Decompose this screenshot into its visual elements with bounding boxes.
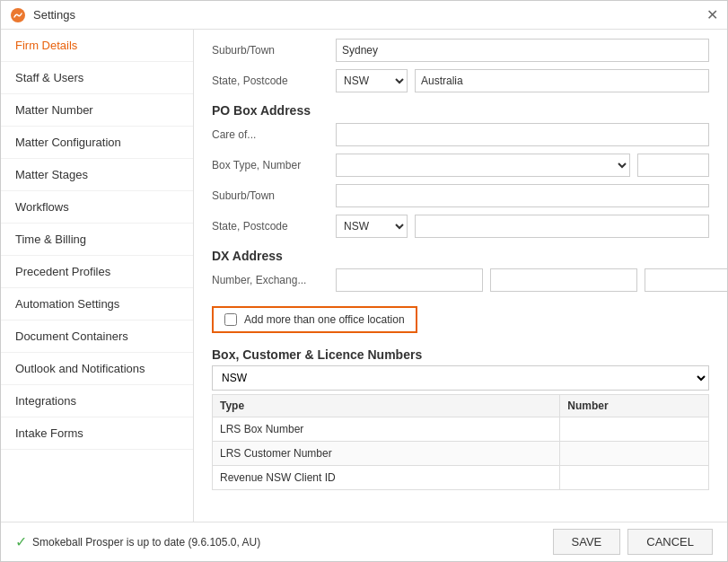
dx-extra-input[interactable] — [645, 268, 727, 292]
add-office-label: Add more than one office location — [244, 313, 405, 326]
settings-dialog: Settings ✕ Firm Details Staff & Users Ma… — [0, 0, 728, 562]
sidebar-item-automation-settings[interactable]: Automation Settings — [1, 288, 193, 321]
po-suburb-input[interactable] — [336, 184, 709, 207]
add-office-checkbox[interactable] — [224, 313, 237, 326]
licence-state-select[interactable]: NSW VIC QLD — [212, 365, 709, 391]
type-cell: LRS Box Number — [213, 417, 560, 442]
state-select[interactable]: NSW VIC QLD SA WA TAS NT ACT — [336, 69, 408, 92]
sidebar-item-time-billing[interactable]: Time & Billing — [1, 224, 193, 256]
col-number-header: Number — [560, 395, 709, 417]
save-button[interactable]: SAVE — [553, 529, 621, 555]
sidebar-item-intake-forms[interactable]: Intake Forms — [1, 417, 193, 450]
number-cell[interactable] — [560, 442, 709, 466]
po-state-select[interactable]: NSW VIC QLD — [336, 215, 408, 238]
table-row: LRS Customer Number — [213, 442, 709, 466]
suburb-row: Suburb/Town — [212, 39, 709, 62]
type-cell: Revenue NSW Client ID — [213, 466, 560, 490]
box-number-input[interactable] — [637, 154, 709, 177]
smokeball-icon — [10, 7, 26, 23]
sidebar-item-matter-stages[interactable]: Matter Stages — [1, 159, 193, 191]
close-button[interactable]: ✕ — [706, 8, 718, 22]
po-state-row: State, Postcode NSW VIC QLD — [212, 215, 709, 238]
title-bar-left: Settings — [10, 7, 75, 23]
sidebar-item-integrations[interactable]: Integrations — [1, 385, 193, 417]
care-of-input[interactable] — [336, 123, 709, 146]
table-row: Revenue NSW Client ID — [213, 466, 709, 490]
po-box-title: PO Box Address — [212, 103, 709, 118]
main-content: Firm Details Staff & Users Matter Number… — [1, 30, 727, 522]
licence-table: Type Number LRS Box Number LRS Customer … — [212, 394, 709, 490]
col-type-header: Type — [213, 395, 560, 417]
footer: ✓ Smokeball Prosper is up to date (9.6.1… — [1, 522, 727, 561]
state-row: State, Postcode NSW VIC QLD SA WA TAS NT… — [212, 69, 709, 92]
suburb-label: Suburb/Town — [212, 44, 329, 57]
number-cell[interactable] — [560, 417, 709, 442]
add-office-container[interactable]: Add more than one office location — [212, 306, 417, 333]
licence-section: Box, Customer & Licence Numbers NSW VIC … — [212, 347, 709, 490]
dx-title: DX Address — [212, 249, 709, 263]
sidebar-item-precedent-profiles[interactable]: Precedent Profiles — [1, 256, 193, 288]
dialog-title: Settings — [33, 8, 75, 22]
status-text: Smokeball Prosper is up to date (9.6.105… — [32, 536, 260, 549]
box-type-row: Box Type, Number — [212, 154, 709, 177]
sidebar: Firm Details Staff & Users Matter Number… — [1, 30, 194, 522]
box-type-label: Box Type, Number — [212, 159, 329, 171]
cancel-button[interactable]: CANCEL — [627, 529, 713, 555]
po-state-label: State, Postcode — [212, 220, 329, 233]
dx-section: DX Address Number, Exchang... — [212, 249, 709, 292]
po-box-section: PO Box Address Care of... Box Type, Numb… — [212, 103, 709, 238]
table-row: LRS Box Number — [213, 417, 709, 442]
po-suburb-label: Suburb/Town — [212, 189, 329, 202]
type-cell: LRS Customer Number — [213, 442, 560, 466]
sidebar-item-workflows[interactable]: Workflows — [1, 191, 193, 224]
suburb-input[interactable] — [336, 39, 709, 62]
check-icon: ✓ — [15, 533, 27, 550]
care-of-row: Care of... — [212, 123, 709, 146]
dx-label: Number, Exchang... — [212, 274, 329, 286]
sidebar-item-outlook-notifications[interactable]: Outlook and Notifications — [1, 353, 193, 385]
state-label: State, Postcode — [212, 75, 329, 87]
dx-number-input[interactable] — [336, 268, 483, 292]
content-area: Suburb/Town State, Postcode NSW VIC QLD … — [194, 30, 727, 522]
country-input[interactable] — [415, 69, 709, 92]
sidebar-item-matter-number[interactable]: Matter Number — [1, 94, 193, 127]
sidebar-item-staff-users[interactable]: Staff & Users — [1, 62, 193, 94]
footer-buttons: SAVE CANCEL — [553, 529, 713, 555]
dx-exchange-input[interactable] — [490, 268, 637, 292]
licence-title: Box, Customer & Licence Numbers — [212, 347, 709, 362]
box-type-select[interactable] — [336, 154, 630, 177]
sidebar-item-firm-details[interactable]: Firm Details — [1, 30, 193, 62]
dx-row: Number, Exchang... — [212, 268, 709, 292]
care-of-label: Care of... — [212, 128, 329, 141]
number-cell[interactable] — [560, 466, 709, 490]
title-bar: Settings ✕ — [1, 1, 727, 30]
po-suburb-row: Suburb/Town — [212, 184, 709, 207]
sidebar-item-document-containers[interactable]: Document Containers — [1, 321, 193, 353]
sidebar-item-matter-configuration[interactable]: Matter Configuration — [1, 127, 193, 159]
footer-status: ✓ Smokeball Prosper is up to date (9.6.1… — [15, 533, 260, 550]
po-postcode-input[interactable] — [415, 215, 709, 238]
